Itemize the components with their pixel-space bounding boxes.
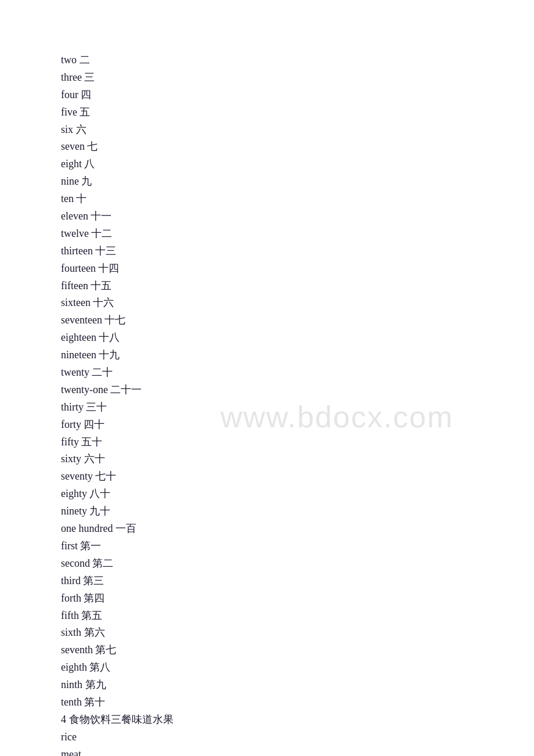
list-item: nine 九 bbox=[61, 174, 534, 190]
list-item: first 第一 bbox=[61, 538, 534, 555]
list-item: forty 四十 bbox=[61, 417, 534, 433]
list-item: eight 八 bbox=[61, 156, 534, 172]
list-item: twenty-one 二十一 bbox=[61, 382, 534, 398]
page-content: www.bdocx.com two 二three 三four 四five 五si… bbox=[0, 0, 534, 756]
list-item: nineteen 十九 bbox=[61, 347, 534, 363]
list-item: thirteen 十三 bbox=[61, 243, 534, 260]
list-item: 4 食物饮料三餐味道水果 bbox=[61, 712, 534, 728]
list-item: rice bbox=[61, 729, 534, 746]
list-item: ten 十 bbox=[61, 191, 534, 207]
list-item: six 六 bbox=[61, 122, 534, 138]
list-item: two 二 bbox=[61, 52, 534, 69]
list-item: fifteen 十五 bbox=[61, 278, 534, 294]
list-item: sixth 第六 bbox=[61, 625, 534, 641]
list-item: seventeen 十七 bbox=[61, 312, 534, 329]
list-item: thirty 三十 bbox=[61, 399, 534, 416]
list-item: seventh 第七 bbox=[61, 642, 534, 658]
list-item: four 四 bbox=[61, 87, 534, 103]
list-item: second 第二 bbox=[61, 556, 534, 572]
list-item: sixty 六十 bbox=[61, 451, 534, 467]
list-item: twelve 十二 bbox=[61, 226, 534, 242]
list-item: three 三 bbox=[61, 70, 534, 86]
lines-container: two 二three 三four 四five 五six 六seven 七eigh… bbox=[61, 52, 534, 756]
list-item: third 第三 bbox=[61, 573, 534, 589]
list-item: five 五 bbox=[61, 105, 534, 121]
list-item: ninth 第九 bbox=[61, 677, 534, 693]
list-item: seven 七 bbox=[61, 139, 534, 155]
list-item: forth 第四 bbox=[61, 591, 534, 607]
list-item: tenth 第十 bbox=[61, 694, 534, 711]
list-item: ninety 九十 bbox=[61, 503, 534, 520]
list-item: fifth 第五 bbox=[61, 608, 534, 624]
list-item: eleven 十一 bbox=[61, 208, 534, 225]
list-item: eighty 八十 bbox=[61, 486, 534, 502]
list-item: eighth 第八 bbox=[61, 660, 534, 676]
list-item: eighteen 十八 bbox=[61, 330, 534, 346]
list-item: fourteen 十四 bbox=[61, 261, 534, 277]
list-item: fifty 五十 bbox=[61, 434, 534, 451]
list-item: seventy 七十 bbox=[61, 469, 534, 485]
list-item: meat bbox=[61, 747, 534, 756]
list-item: sixteen 十六 bbox=[61, 295, 534, 311]
list-item: one hundred 一百 bbox=[61, 521, 534, 537]
list-item: twenty 二十 bbox=[61, 365, 534, 381]
